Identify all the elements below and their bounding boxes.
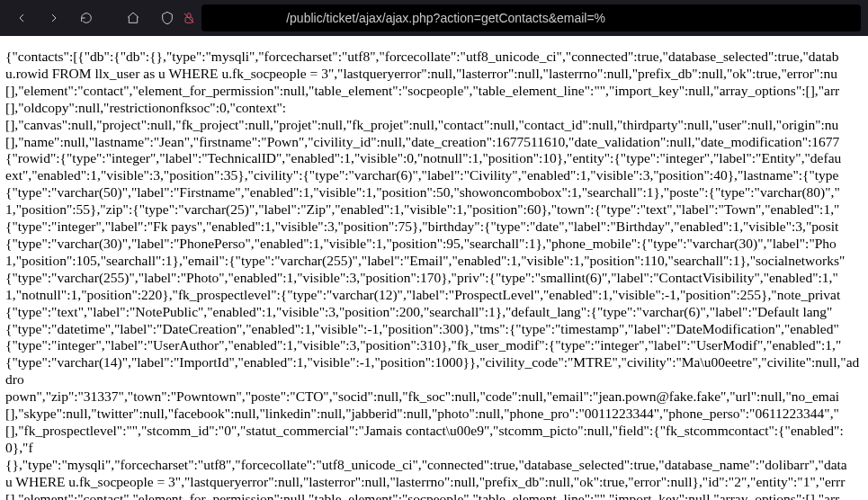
home-button[interactable] [119, 4, 148, 32]
reload-button[interactable] [72, 4, 101, 32]
url-visible-path: /public/ticket/ajax/ajax.php?action=getC… [286, 11, 605, 25]
url-hidden-host: hostname.tld [209, 11, 286, 25]
browser-toolbar: hostname.tld /public/ticket/ajax/ajax.ph… [0, 0, 868, 36]
forward-button[interactable] [40, 4, 68, 32]
shield-icon [158, 9, 176, 27]
back-button[interactable] [7, 4, 36, 32]
json-response-body: {"contacts":[{"db":{"db":{},"type":"mysq… [0, 36, 868, 500]
url-bar[interactable]: hostname.tld /public/ticket/ajax/ajax.ph… [201, 4, 861, 31]
security-indicators [158, 9, 198, 27]
lock-insecure-icon [180, 9, 198, 27]
